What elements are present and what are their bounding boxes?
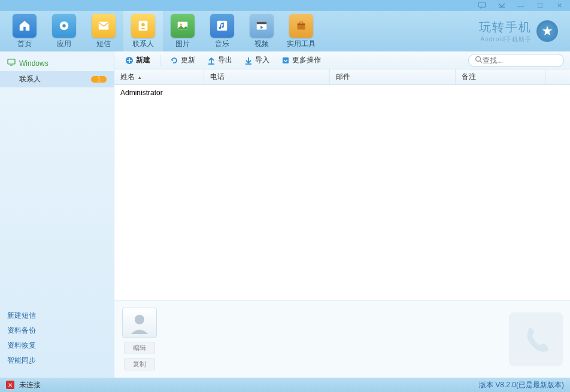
new-button[interactable]: 新建 <box>120 53 155 67</box>
titlebar: — ☐ ✕ <box>0 0 570 11</box>
status-text: 未连接 <box>19 380 41 390</box>
svg-point-8 <box>180 23 182 26</box>
nav-apps[interactable]: 应用 <box>44 11 84 51</box>
svg-rect-4 <box>99 22 109 29</box>
phone-placeholder-icon <box>509 312 563 366</box>
maximize-button[interactable]: ☐ <box>534 1 546 10</box>
column-note[interactable]: 备注 <box>456 69 546 84</box>
tree-item-contacts[interactable]: 联系人 1 <box>0 71 114 87</box>
column-phone[interactable]: 电话 <box>204 69 330 84</box>
link-sync[interactable]: 智能同步 <box>7 353 107 368</box>
nav-label: 首页 <box>17 39 32 49</box>
monitor-icon <box>7 59 16 68</box>
svg-point-6 <box>141 23 145 26</box>
nav-tools[interactable]: 实用工具 <box>281 11 321 51</box>
sidebar: Windows 联系人 1 新建短信 资料备份 资料恢复 智能同步 <box>0 51 114 378</box>
divider <box>160 55 160 66</box>
nav-sms[interactable]: 短信 <box>84 11 123 51</box>
refresh-label: 更新 <box>181 55 195 65</box>
link-backup[interactable]: 资料备份 <box>7 323 107 338</box>
search-input[interactable] <box>483 56 570 65</box>
nav-label: 联系人 <box>132 39 154 49</box>
import-button[interactable]: 导入 <box>239 53 274 67</box>
refresh-button[interactable]: 更新 <box>165 53 200 67</box>
export-icon <box>207 56 216 65</box>
brand-subtitle: Android手机助手 <box>479 35 532 44</box>
svg-point-23 <box>135 315 144 324</box>
feedback-icon[interactable] <box>477 1 489 10</box>
chevron-down-icon <box>281 56 290 65</box>
close-button[interactable]: ✕ <box>553 1 565 10</box>
new-label: 新建 <box>136 55 150 65</box>
nav-label: 短信 <box>96 39 111 49</box>
svg-rect-15 <box>8 59 15 64</box>
search-box[interactable] <box>468 54 564 67</box>
import-label: 导入 <box>255 55 269 65</box>
link-new-sms[interactable]: 新建短信 <box>7 308 107 323</box>
svg-line-22 <box>480 60 483 63</box>
nav-pictures[interactable]: 图片 <box>163 11 202 51</box>
th-label: 电话 <box>210 72 225 82</box>
main-panel: 新建 更新 导出 导入 更多操作 <box>114 51 570 378</box>
dropdown-icon[interactable] <box>496 1 508 10</box>
avatar-placeholder <box>122 308 157 338</box>
nav-contacts[interactable]: 联系人 <box>123 11 163 51</box>
table-body: Administrator <box>114 85 570 300</box>
plus-icon <box>125 56 134 65</box>
nav-label: 应用 <box>57 39 71 49</box>
tree-root-label: Windows <box>19 59 48 68</box>
svg-rect-20 <box>283 57 289 63</box>
svg-point-21 <box>476 56 481 61</box>
table-header: 姓名 ▴ 电话 邮件 备注 <box>114 69 570 85</box>
svg-rect-11 <box>257 22 267 24</box>
nav-music[interactable]: 音乐 <box>202 11 242 51</box>
minimize-button[interactable]: — <box>515 1 527 10</box>
svg-rect-14 <box>299 22 303 23</box>
column-end <box>546 69 570 84</box>
nav-label: 视频 <box>254 39 269 49</box>
toolbar: 新建 更新 导出 导入 更多操作 <box>114 51 570 69</box>
avatar-column: 编辑 复制 <box>122 308 157 370</box>
content: Windows 联系人 1 新建短信 资料备份 资料恢复 智能同步 新建 更新 <box>0 51 570 378</box>
tree-item-label: 联系人 <box>19 74 41 84</box>
brand: 玩转手机 Android手机助手 <box>479 19 565 44</box>
brand-title: 玩转手机 <box>479 19 532 35</box>
nav-home[interactable]: 首页 <box>5 11 44 51</box>
refresh-icon <box>170 56 178 65</box>
svg-rect-9 <box>217 20 228 31</box>
edit-button[interactable]: 编辑 <box>124 342 155 354</box>
statusbar: ✕ 未连接 版本 V8.2.0(已是最新版本) <box>0 378 570 392</box>
link-restore[interactable]: 资料恢复 <box>7 338 107 353</box>
cell-name: Administrator <box>120 89 163 97</box>
column-name[interactable]: 姓名 ▴ <box>114 69 204 84</box>
table-row[interactable]: Administrator <box>114 85 570 101</box>
export-label: 导出 <box>218 55 232 65</box>
detail-panel: 编辑 复制 <box>114 300 570 378</box>
count-badge: 1 <box>91 76 107 83</box>
import-icon <box>244 56 253 65</box>
nav-label: 图片 <box>175 39 190 49</box>
nav-label: 音乐 <box>215 39 229 49</box>
nav-label: 实用工具 <box>287 39 316 49</box>
header-nav: 首页 应用 短信 联系人 图片 音乐 视频 实用工具 玩转手机 Android手… <box>0 11 570 51</box>
svg-rect-0 <box>478 2 486 7</box>
more-button[interactable]: 更多操作 <box>277 53 326 67</box>
export-button[interactable]: 导出 <box>202 53 237 67</box>
column-email[interactable]: 邮件 <box>330 69 456 84</box>
copy-button[interactable]: 复制 <box>124 358 155 370</box>
brand-logo-icon <box>536 20 558 42</box>
svg-point-3 <box>62 24 66 28</box>
th-label: 备注 <box>462 72 476 82</box>
th-label: 邮件 <box>336 72 350 82</box>
th-label: 姓名 <box>120 72 135 82</box>
more-label: 更多操作 <box>292 55 321 65</box>
tree-root-windows[interactable]: Windows <box>0 55 114 71</box>
nav-video[interactable]: 视频 <box>242 11 281 51</box>
search-icon <box>475 56 483 65</box>
sort-asc-icon: ▴ <box>138 74 141 80</box>
disconnected-icon: ✕ <box>6 381 14 389</box>
version-text: 版本 V8.2.0(已是最新版本) <box>479 380 564 390</box>
sidebar-links: 新建短信 资料备份 资料恢复 智能同步 <box>0 308 114 378</box>
